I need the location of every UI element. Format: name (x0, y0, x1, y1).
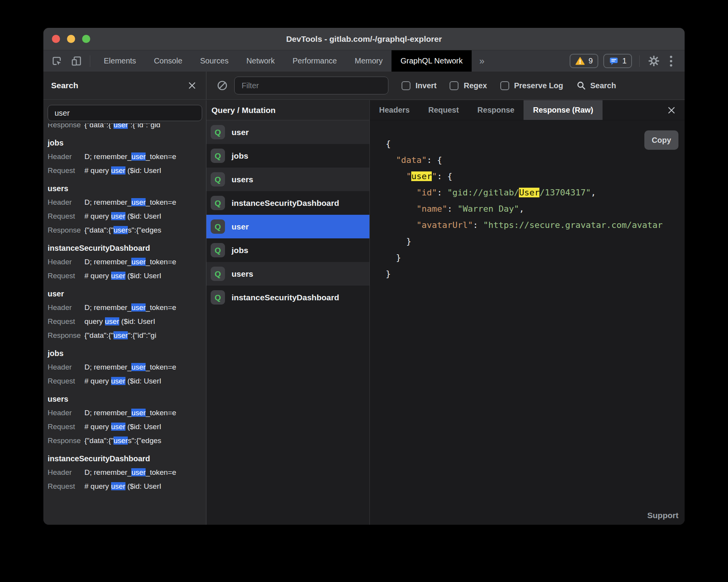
query-row-user[interactable]: Quser (206, 120, 369, 144)
title-bar: DevTools - gitlab.com/-/graphql-explorer (43, 28, 685, 50)
result-row-value: {"data":{"users":{"edges (84, 223, 206, 237)
query-row-users[interactable]: Qusers (206, 168, 369, 191)
result-row[interactable]: HeaderD; remember_user_token=e (48, 406, 206, 420)
search-match-highlight: user (131, 303, 146, 312)
query-row-jobs[interactable]: Qjobs (206, 238, 369, 262)
result-text: # query (84, 377, 111, 385)
tab-sources[interactable]: Sources (191, 50, 237, 72)
toolbar-search-label: Search (590, 81, 616, 90)
result-row[interactable]: Requestquery user ($id: UserI (48, 315, 206, 329)
result-row-value: # query user ($id: UserI (84, 420, 206, 434)
more-tabs-chevron-icon[interactable]: » (472, 50, 492, 72)
json-token: "name" (416, 204, 447, 214)
result-text: _token=e (146, 409, 176, 417)
result-row[interactable]: HeaderD; remember_user_token=e (48, 195, 206, 209)
detail-tab-response[interactable]: Response (468, 100, 524, 120)
tab-elements[interactable]: Elements (95, 50, 145, 72)
minimize-window-button[interactable] (67, 35, 75, 43)
tab-console[interactable]: Console (145, 50, 191, 72)
result-row[interactable]: Request# query user ($id: UserI (48, 269, 206, 283)
result-row[interactable]: Request# query user ($id: UserI (48, 374, 206, 388)
json-token: : (447, 204, 458, 214)
search-match-highlight: user (111, 212, 125, 220)
result-group-title[interactable]: jobs (48, 136, 206, 150)
query-row-jobs[interactable]: Qjobs (206, 144, 369, 168)
search-panel: Response{"data":{"user":{"id":"gidjobsHe… (43, 100, 206, 525)
result-row-label: Request (48, 479, 84, 493)
result-group-title[interactable]: instanceSecurityDashboard (48, 241, 206, 255)
result-row[interactable]: Request# query user ($id: UserI (48, 209, 206, 223)
result-row[interactable]: Request# query user ($id: UserI (48, 479, 206, 493)
result-text: # query (84, 166, 111, 175)
json-line: } (386, 250, 685, 266)
tab-performance[interactable]: Performance (284, 50, 346, 72)
invert-checkbox[interactable]: Invert (402, 81, 436, 90)
result-group-title[interactable]: users (48, 392, 206, 406)
tab-memory[interactable]: Memory (346, 50, 391, 72)
query-row-users[interactable]: Qusers (206, 262, 369, 286)
json-token: "https://secure.gravatar.com/avatar (483, 220, 663, 230)
result-row[interactable]: Response{"data":{"user":{"id":"gi (48, 329, 206, 342)
result-row-label: Request (48, 269, 84, 283)
result-row-label: Header (48, 301, 84, 315)
filter-input[interactable] (234, 77, 388, 94)
inspect-element-icon[interactable] (50, 55, 64, 68)
result-row[interactable]: HeaderD; remember_user_token=e (48, 466, 206, 479)
kebab-menu-icon[interactable] (665, 55, 677, 68)
zoom-window-button[interactable] (82, 35, 90, 43)
result-row[interactable]: Request# query user ($id: UserI (48, 420, 206, 434)
settings-gear-icon[interactable] (647, 55, 660, 68)
warnings-badge[interactable]: 9 (570, 54, 598, 68)
query-row-instancesecuritydashboard[interactable]: QinstanceSecurityDashboard (206, 286, 369, 309)
result-row[interactable]: HeaderD; remember_user_token=e (48, 150, 206, 164)
close-window-button[interactable] (52, 35, 60, 43)
result-row[interactable]: Response{"data":{"users":{"edges (48, 434, 206, 448)
query-row-label: jobs (232, 151, 248, 161)
device-toolbar-icon[interactable] (70, 55, 83, 68)
json-token: : (473, 220, 483, 230)
search-input[interactable] (48, 105, 202, 121)
result-row[interactable]: Request# query user ($id: UserI (48, 164, 206, 178)
devtools-tab-list: ElementsConsoleSourcesNetworkPerformance… (95, 50, 472, 72)
result-group-title[interactable]: user (48, 287, 206, 301)
regex-checkbox[interactable]: Regex (450, 81, 487, 90)
result-row[interactable]: HeaderD; remember_user_token=e (48, 255, 206, 269)
search-icon (576, 80, 586, 91)
toolbar-search-button[interactable]: Search (576, 80, 616, 91)
result-row-label: Response (48, 123, 84, 132)
detail-tab-headers[interactable]: Headers (370, 100, 419, 120)
issues-badge[interactable]: 1 (603, 54, 632, 68)
json-token: "Warren Day" (457, 204, 519, 214)
preserve-log-checkbox[interactable]: Preserve Log (500, 81, 563, 90)
result-row[interactable]: HeaderD; remember_user_token=e (48, 360, 206, 374)
result-row-label: Response (48, 434, 84, 448)
query-row-instancesecuritydashboard[interactable]: QinstanceSecurityDashboard (206, 191, 369, 215)
result-text: D; remember_ (84, 409, 131, 417)
detail-tab-response-raw[interactable]: Response (Raw) (524, 100, 603, 120)
tab-graphql-network[interactable]: GraphQL Network (391, 50, 471, 72)
result-row-label: Request (48, 315, 84, 329)
close-search-icon[interactable] (186, 79, 198, 92)
result-text: ($id: UserI (125, 212, 161, 220)
result-group-title[interactable]: instanceSecurityDashboard (48, 452, 206, 466)
query-row-label: instanceSecurityDashboard (232, 293, 339, 302)
tab-network[interactable]: Network (237, 50, 283, 72)
devtools-tab-bar: ElementsConsoleSourcesNetworkPerformance… (43, 50, 685, 72)
detail-panel: HeadersRequestResponseResponse (Raw) { "… (370, 100, 685, 525)
detail-tab-request[interactable]: Request (419, 100, 468, 120)
result-text: # query (84, 212, 111, 220)
result-row[interactable]: HeaderD; remember_user_token=e (48, 301, 206, 315)
query-row-label: users (232, 175, 253, 184)
result-text: s":{"edges (128, 226, 161, 234)
clear-log-icon[interactable] (216, 79, 229, 92)
result-row[interactable]: Response{"data":{"user":{"id":"gid (48, 123, 206, 132)
support-link[interactable]: Support (647, 511, 678, 520)
copy-button[interactable]: Copy (644, 130, 678, 150)
result-group-title[interactable]: jobs (48, 346, 206, 360)
detail-tab-bar: HeadersRequestResponseResponse (Raw) (370, 100, 685, 120)
result-row[interactable]: Response{"data":{"users":{"edges (48, 223, 206, 237)
result-row-label: Response (48, 329, 84, 342)
result-group-title[interactable]: users (48, 181, 206, 195)
query-row-user[interactable]: Quser (206, 215, 369, 238)
close-detail-icon[interactable] (658, 100, 685, 120)
